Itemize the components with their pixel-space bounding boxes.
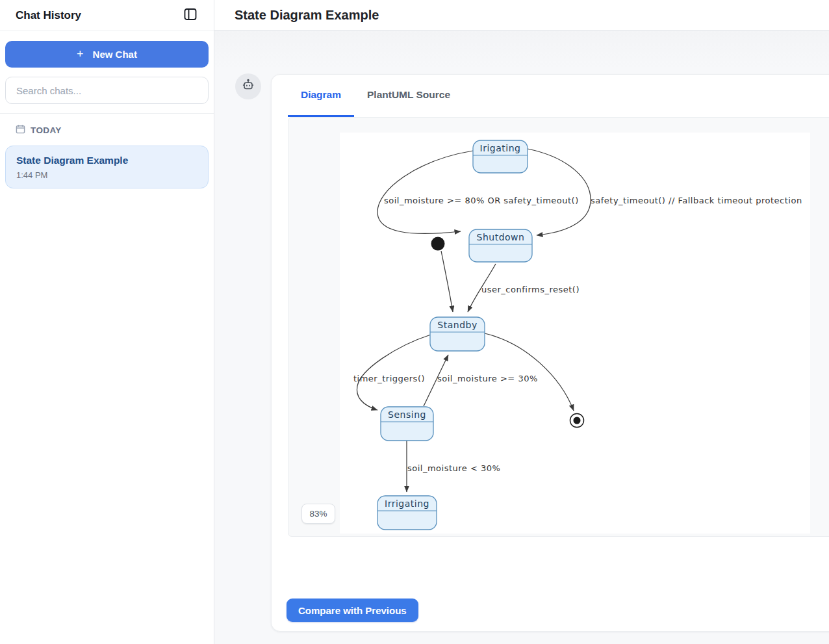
transition-label: soil_moisture < 30%	[407, 463, 500, 473]
svg-text:Standby: Standby	[437, 320, 477, 330]
conversation-area: Diagram PlantUML Source	[214, 31, 829, 644]
chat-list-item[interactable]: State Diagram Example 1:44 PM	[5, 146, 209, 188]
section-label: TODAY	[31, 125, 62, 135]
compare-with-previous-button[interactable]: Compare with Previous	[287, 599, 418, 622]
robot-icon	[241, 78, 255, 95]
svg-text:Irigating: Irigating	[479, 143, 520, 153]
state-diagram-svg: Irigating Shutdown Standby	[340, 133, 810, 534]
tab-plantuml-source[interactable]: PlantUML Source	[354, 75, 463, 117]
edge-irigating-shutdown-right	[528, 149, 591, 235]
state-node-sensing: Sensing	[381, 407, 433, 441]
transition-label: soil_moisture >= 80% OR safety_timeout()	[384, 196, 579, 205]
svg-text:Sensing: Sensing	[388, 409, 426, 420]
state-diagram-canvas[interactable]: Irigating Shutdown Standby	[340, 133, 810, 534]
chat-history-sidebar: Chat History + New Chat TODAY S	[0, 0, 214, 644]
svg-text:Shutdown: Shutdown	[476, 232, 524, 242]
transition-label: safety_timeout() // Fallback timeout pro…	[591, 196, 802, 205]
main-topbar: State Diagram Example	[214, 0, 829, 31]
edge-standby-sensing	[357, 335, 431, 410]
new-chat-label: New Chat	[93, 49, 137, 60]
final-state-node	[570, 414, 583, 428]
initial-state-dot	[431, 237, 444, 251]
chat-item-title: State Diagram Example	[16, 155, 198, 166]
page-title: State Diagram Example	[235, 8, 379, 23]
state-node-irigating: Irigating	[473, 140, 528, 173]
state-node-shutdown: Shutdown	[469, 229, 532, 262]
state-node-irrigating: Irrigating	[377, 496, 437, 530]
sidebar-toggle-button[interactable]	[183, 6, 198, 24]
plus-icon: +	[77, 47, 84, 61]
chat-section-header: TODAY	[0, 114, 214, 136]
chat-item-timestamp: 1:44 PM	[16, 170, 198, 180]
sidebar-header: Chat History	[0, 0, 214, 31]
tab-diagram[interactable]: Diagram	[288, 75, 354, 117]
panel-left-icon	[184, 8, 197, 23]
state-node-standby: Standby	[430, 317, 485, 351]
calendar-icon	[16, 124, 25, 136]
svg-text:Irrigating: Irrigating	[385, 498, 429, 509]
main-area: State Diagram Example Diagram PlantUML S…	[214, 0, 829, 644]
assistant-avatar	[235, 73, 261, 99]
diagram-viewer: Irigating Shutdown Standby	[288, 117, 829, 537]
tab-bar: Diagram PlantUML Source	[272, 75, 829, 117]
edge-initial-standby	[441, 251, 453, 312]
diagram-message-card: Diagram PlantUML Source	[271, 74, 829, 632]
new-chat-button[interactable]: + New Chat	[5, 41, 209, 68]
zoom-level-badge: 83%	[301, 504, 335, 524]
transition-label: timer_triggers()	[353, 374, 425, 383]
transition-label: user_confirms_reset()	[481, 285, 580, 294]
edge-standby-final	[485, 333, 574, 411]
search-chats-input[interactable]	[5, 77, 209, 104]
edge-irigating-shutdown-left	[377, 151, 472, 234]
transition-label: soil_moisture >= 30%	[437, 374, 538, 383]
sidebar-title: Chat History	[16, 9, 81, 22]
